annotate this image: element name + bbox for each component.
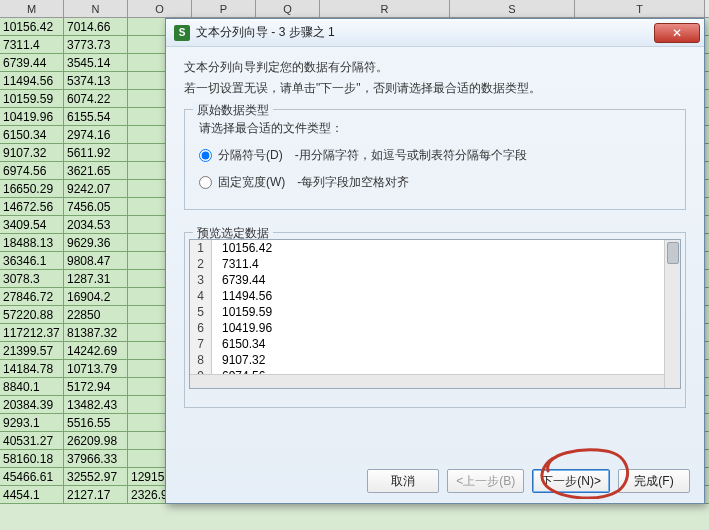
preview-line-number: 4 (190, 288, 212, 304)
cell[interactable]: 9629.36 (64, 234, 128, 251)
preview-line-number: 7 (190, 336, 212, 352)
radio-delimited-desc: -用分隔字符，如逗号或制表符分隔每个字段 (295, 147, 527, 164)
cell[interactable]: 4454.1 (0, 486, 64, 503)
cell[interactable]: 3773.73 (64, 36, 128, 53)
cell[interactable]: 13482.43 (64, 396, 128, 413)
preview-row: 110156.42 (190, 240, 680, 256)
cell[interactable]: 7014.66 (64, 18, 128, 35)
file-type-prompt: 请选择最合适的文件类型： (199, 120, 671, 137)
app-icon: S (174, 25, 190, 41)
cell[interactable]: 22850 (64, 306, 128, 323)
radio-fixed-desc: -每列字段加空格对齐 (297, 174, 409, 191)
preview-line-number: 8 (190, 352, 212, 368)
cell[interactable]: 10156.42 (0, 18, 64, 35)
col-header-N[interactable]: N (64, 0, 128, 17)
cancel-button[interactable]: 取消 (367, 469, 439, 493)
finish-button[interactable]: 完成(F) (618, 469, 690, 493)
cell[interactable]: 3078.3 (0, 270, 64, 287)
cell[interactable]: 5172.94 (64, 378, 128, 395)
cell[interactable]: 10713.79 (64, 360, 128, 377)
cell[interactable]: 117212.37 (0, 324, 64, 341)
cell[interactable]: 7456.05 (64, 198, 128, 215)
cell[interactable]: 3621.65 (64, 162, 128, 179)
preview-row: 610419.96 (190, 320, 680, 336)
col-header-Q[interactable]: Q (256, 0, 320, 17)
cell[interactable]: 16904.2 (64, 288, 128, 305)
cell[interactable]: 26209.98 (64, 432, 128, 449)
cell[interactable]: 40531.27 (0, 432, 64, 449)
col-header-P[interactable]: P (192, 0, 256, 17)
preview-row: 411494.56 (190, 288, 680, 304)
cell[interactable]: 6074.22 (64, 90, 128, 107)
cell[interactable]: 58160.18 (0, 450, 64, 467)
cell[interactable]: 57220.88 (0, 306, 64, 323)
col-header-T[interactable]: T (575, 0, 705, 17)
cell[interactable]: 45466.61 (0, 468, 64, 485)
col-header-R[interactable]: R (320, 0, 450, 17)
cell[interactable]: 16650.29 (0, 180, 64, 197)
cell[interactable]: 27846.72 (0, 288, 64, 305)
cell[interactable]: 18488.13 (0, 234, 64, 251)
preview-section: 预览选定数据 110156.4227311.436739.44411494.56… (184, 232, 686, 408)
preview-value: 10159.59 (212, 304, 272, 320)
cell[interactable]: 2127.17 (64, 486, 128, 503)
col-header-O[interactable]: O (128, 0, 192, 17)
close-button[interactable]: ✕ (654, 23, 700, 43)
preview-value: 10419.96 (212, 320, 272, 336)
cell[interactable]: 5374.13 (64, 72, 128, 89)
cell[interactable]: 9242.07 (64, 180, 128, 197)
preview-line-number: 5 (190, 304, 212, 320)
close-icon: ✕ (672, 26, 682, 40)
cell[interactable]: 1287.31 (64, 270, 128, 287)
cell[interactable]: 3545.14 (64, 54, 128, 71)
cell[interactable]: 5611.92 (64, 144, 128, 161)
preview-row: 36739.44 (190, 272, 680, 288)
vertical-scrollbar[interactable] (664, 240, 680, 388)
radio-delimited-row[interactable]: 分隔符号(D) -用分隔字符，如逗号或制表符分隔每个字段 (199, 147, 671, 164)
cell[interactable]: 2974.16 (64, 126, 128, 143)
cell[interactable]: 9107.32 (0, 144, 64, 161)
cell[interactable]: 14242.69 (64, 342, 128, 359)
cell[interactable]: 9808.47 (64, 252, 128, 269)
preview-line-number: 2 (190, 256, 212, 272)
preview-line-number: 6 (190, 320, 212, 336)
cell[interactable]: 14184.78 (0, 360, 64, 377)
col-header-S[interactable]: S (450, 0, 575, 17)
preview-row: 27311.4 (190, 256, 680, 272)
cell[interactable]: 32552.97 (64, 468, 128, 485)
cell[interactable]: 6155.54 (64, 108, 128, 125)
radio-delimited[interactable] (199, 149, 212, 162)
text-to-columns-wizard-dialog: S 文本分列向导 - 3 步骤之 1 ✕ 文本分列向导判定您的数据有分隔符。 若… (165, 18, 705, 504)
cell[interactable]: 8840.1 (0, 378, 64, 395)
cell[interactable]: 7311.4 (0, 36, 64, 53)
radio-fixed-row[interactable]: 固定宽度(W) -每列字段加空格对齐 (199, 174, 671, 191)
col-header-M[interactable]: M (0, 0, 64, 17)
next-button[interactable]: 下一步(N)> (532, 469, 610, 493)
preview-row: 89107.32 (190, 352, 680, 368)
dialog-titlebar[interactable]: S 文本分列向导 - 3 步骤之 1 ✕ (166, 19, 704, 47)
cell[interactable]: 6739.44 (0, 54, 64, 71)
cell[interactable]: 14672.56 (0, 198, 64, 215)
dialog-title: 文本分列向导 - 3 步骤之 1 (196, 24, 654, 41)
cell[interactable]: 36346.1 (0, 252, 64, 269)
cell[interactable]: 81387.32 (64, 324, 128, 341)
preview-box: 110156.4227311.436739.44411494.56510159.… (189, 239, 681, 389)
radio-fixed-width[interactable] (199, 176, 212, 189)
cell[interactable]: 6150.34 (0, 126, 64, 143)
dialog-footer: 取消 <上一步(B) 下一步(N)> 完成(F) (367, 469, 690, 493)
cell[interactable]: 6974.56 (0, 162, 64, 179)
preview-value: 6150.34 (212, 336, 265, 352)
cell[interactable]: 10419.96 (0, 108, 64, 125)
cell[interactable]: 37966.33 (64, 450, 128, 467)
cell[interactable]: 20384.39 (0, 396, 64, 413)
cell[interactable]: 21399.57 (0, 342, 64, 359)
scroll-thumb[interactable] (667, 242, 679, 264)
intro-text-2: 若一切设置无误，请单击"下一步"，否则请选择最合适的数据类型。 (184, 80, 686, 97)
cell[interactable]: 9293.1 (0, 414, 64, 431)
cell[interactable]: 5516.55 (64, 414, 128, 431)
horizontal-scrollbar[interactable] (190, 374, 664, 388)
cell[interactable]: 10159.59 (0, 90, 64, 107)
cell[interactable]: 2034.53 (64, 216, 128, 233)
cell[interactable]: 11494.56 (0, 72, 64, 89)
cell[interactable]: 3409.54 (0, 216, 64, 233)
